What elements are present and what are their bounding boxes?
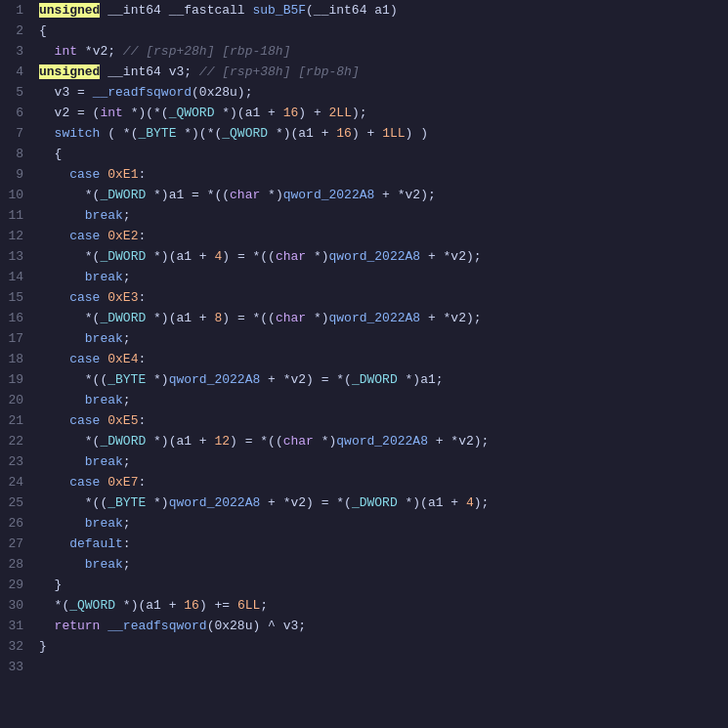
line-number: 15 — [4, 287, 23, 308]
line-number: 17 — [4, 328, 23, 349]
line-number: 5 — [4, 82, 23, 103]
line-number: 16 — [4, 308, 23, 328]
code-line: v2 = (int *)(*(_QWORD *)(a1 + 16) + 2LL)… — [39, 103, 728, 123]
code-line: unsigned __int64 __fastcall sub_B5F(__in… — [39, 0, 728, 21]
line-number: 26 — [4, 513, 23, 534]
line-number: 14 — [4, 267, 23, 287]
line-number: 3 — [4, 41, 23, 62]
code-content: unsigned __int64 __fastcall sub_B5F(__in… — [31, 0, 728, 677]
code-line: *(_DWORD *)(a1 + 12) = *((char *)qword_2… — [39, 431, 728, 451]
code-line: break; — [39, 554, 728, 575]
line-number: 4 — [4, 62, 23, 82]
line-number: 1 — [4, 0, 23, 21]
code-line: case 0xE2: — [39, 226, 728, 246]
line-number: 31 — [4, 616, 23, 636]
line-number: 19 — [4, 369, 23, 390]
code-editor: 1234567891011121314151617181920212223242… — [0, 0, 728, 677]
line-number: 32 — [4, 636, 23, 657]
line-number: 20 — [4, 390, 23, 410]
code-line: break; — [39, 513, 728, 534]
line-number: 28 — [4, 554, 23, 575]
code-line: break; — [39, 328, 728, 349]
code-line: default: — [39, 534, 728, 554]
line-number: 9 — [4, 164, 23, 185]
line-number: 29 — [4, 575, 23, 595]
code-line: *(_QWORD *)(a1 + 16) += 6LL; — [39, 595, 728, 616]
line-number: 10 — [4, 185, 23, 205]
line-number: 27 — [4, 534, 23, 554]
line-number: 23 — [4, 451, 23, 472]
code-line: { — [39, 21, 728, 41]
line-number: 12 — [4, 226, 23, 246]
line-number: 8 — [4, 144, 23, 164]
code-line: *(_DWORD *)(a1 + 8) = *((char *)qword_20… — [39, 308, 728, 328]
line-number: 24 — [4, 472, 23, 492]
code-line: case 0xE5: — [39, 410, 728, 431]
code-line: *((_BYTE *)qword_2022A8 + *v2) = *(_DWOR… — [39, 492, 728, 513]
line-number: 30 — [4, 595, 23, 616]
line-number: 18 — [4, 349, 23, 369]
code-line: switch ( *(_BYTE *)(*(_QWORD *)(a1 + 16)… — [39, 123, 728, 144]
code-line: v3 = __readfsqword(0x28u); — [39, 82, 728, 103]
code-line: break; — [39, 451, 728, 472]
line-number: 13 — [4, 246, 23, 267]
line-number: 7 — [4, 123, 23, 144]
code-line: *(_DWORD *)a1 = *((char *)qword_2022A8 +… — [39, 185, 728, 205]
code-line: *((_BYTE *)qword_2022A8 + *v2) = *(_DWOR… — [39, 369, 728, 390]
code-line: return __readfsqword(0x28u) ^ v3; — [39, 616, 728, 636]
line-number: 11 — [4, 205, 23, 226]
line-numbers: 1234567891011121314151617181920212223242… — [0, 0, 31, 677]
line-number: 2 — [4, 21, 23, 41]
code-line: case 0xE4: — [39, 349, 728, 369]
line-number: 33 — [4, 657, 23, 677]
code-line: case 0xE7: — [39, 472, 728, 492]
code-line: break; — [39, 205, 728, 226]
code-line: unsigned __int64 v3; // [rsp+38h] [rbp-8… — [39, 62, 728, 82]
code-line: { — [39, 144, 728, 164]
line-number: 6 — [4, 103, 23, 123]
line-number: 25 — [4, 492, 23, 513]
code-line: int *v2; // [rsp+28h] [rbp-18h] — [39, 41, 728, 62]
code-line: break; — [39, 267, 728, 287]
code-line: *(_DWORD *)(a1 + 4) = *((char *)qword_20… — [39, 246, 728, 267]
code-line: } — [39, 636, 728, 657]
line-number: 22 — [4, 431, 23, 451]
code-line: case 0xE1: — [39, 164, 728, 185]
line-number: 21 — [4, 410, 23, 431]
code-line: case 0xE3: — [39, 287, 728, 308]
code-line: break; — [39, 390, 728, 410]
code-line: } — [39, 575, 728, 595]
